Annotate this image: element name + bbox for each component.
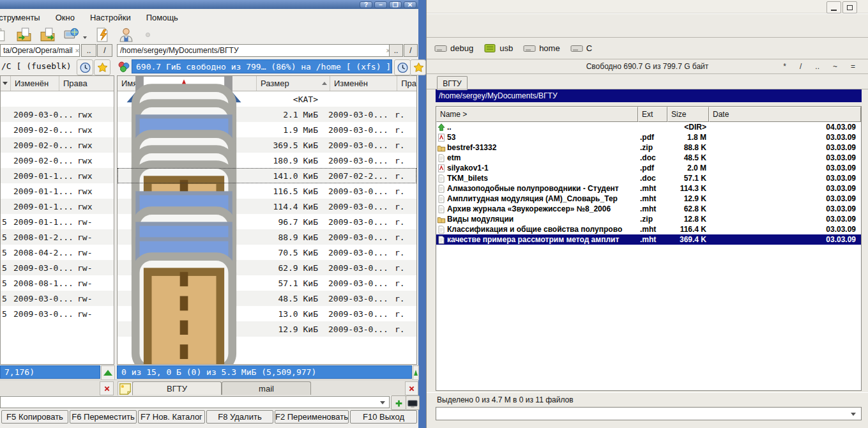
close-button[interactable]: ✕ bbox=[404, 1, 416, 8]
sync-icon[interactable] bbox=[95, 27, 110, 43]
table-row[interactable]: 2009-02-0...rwx bbox=[1, 122, 114, 137]
fkey-button-F5[interactable]: F5 Копировать bbox=[1, 410, 68, 424]
drive-button-debug[interactable]: debug bbox=[434, 43, 473, 53]
chevron-down-icon[interactable] bbox=[851, 413, 856, 416]
modified-column-header[interactable]: Изменён bbox=[330, 76, 397, 91]
left-panel-totals-button[interactable] bbox=[101, 365, 115, 380]
size-column-header[interactable]: Size bbox=[667, 107, 709, 122]
table-row[interactable]: 52009-03-0...rw- bbox=[1, 291, 114, 306]
root-dir-button-right[interactable]: / bbox=[404, 44, 418, 57]
menu-item-Настройки[interactable]: Настройки bbox=[90, 13, 131, 22]
chevron-down-icon[interactable] bbox=[380, 401, 385, 404]
fkey-button-F6[interactable]: F6 Переместить bbox=[70, 410, 137, 424]
drive-button-home[interactable]: home bbox=[523, 43, 560, 53]
file-row[interactable]: ..<DIR>04.03.09 bbox=[436, 122, 861, 132]
file-row[interactable]: etm.doc48.5 K03.03.09 bbox=[436, 153, 861, 163]
quick-button-/[interactable]: / bbox=[798, 62, 803, 71]
date-column-header[interactable]: Date bbox=[709, 107, 861, 122]
table-row[interactable]: 52008-01-2...rw- bbox=[1, 229, 114, 245]
file-row[interactable]: качестве примера рассмотрим метод амплит… bbox=[436, 234, 861, 245]
quick-button-=[interactable]: = bbox=[849, 62, 857, 71]
copy-icon[interactable] bbox=[0, 27, 8, 43]
table-row[interactable]: 2009-03-0...rwx bbox=[1, 107, 114, 122]
maximize-button[interactable] bbox=[842, 1, 857, 13]
folder-out-icon[interactable] bbox=[40, 27, 56, 43]
dropdown-caret-icon[interactable] bbox=[83, 36, 87, 39]
file-row[interactable]: silyakov1-1.pdf2.0 M03.03.09 bbox=[436, 163, 861, 173]
sort-column-header[interactable] bbox=[1, 76, 11, 91]
menu-item-Помощь[interactable]: Помощь bbox=[146, 13, 178, 22]
right-panel-address-field[interactable]: /home/sergey/MyDocuments/ВГТУ × bbox=[117, 44, 393, 57]
close-tab-button-left[interactable] bbox=[100, 381, 114, 395]
bookmarks-icon[interactable] bbox=[94, 59, 110, 75]
file-row[interactable]: Амплитудная модуляция (АМ)_Словарь_Тер.m… bbox=[436, 194, 861, 204]
file-row[interactable]: Виды модуляции.zip12.9 КиБ2009-03-0...r. bbox=[118, 321, 416, 337]
command-line-input[interactable] bbox=[436, 407, 862, 420]
panel-tab-ВГТУ[interactable]: ВГТУ bbox=[132, 381, 222, 395]
minimize-button[interactable]: – bbox=[374, 1, 387, 8]
current-path-bar[interactable]: /home/sergey/MyDocuments/ВГТУ bbox=[436, 89, 862, 102]
quick-button-..[interactable]: .. bbox=[814, 62, 821, 71]
new-tab-icon[interactable] bbox=[118, 381, 133, 396]
up-dir-button-right[interactable]: .. bbox=[389, 44, 403, 57]
tab-vgtu[interactable]: ВГТУ bbox=[437, 76, 468, 90]
table-row[interactable]: 52008-04-2...rw- bbox=[1, 245, 114, 260]
table-row[interactable]: 52009-01-1...rw- bbox=[1, 214, 114, 229]
file-row[interactable]: bestref-31332.zip88.8 K03.03.09 bbox=[436, 142, 861, 153]
close-tab-button-right[interactable] bbox=[405, 381, 418, 395]
table-row[interactable] bbox=[1, 91, 114, 107]
table-row[interactable]: 52009-03-0...rw- bbox=[1, 306, 114, 321]
fkey-button-F8[interactable]: F8 Удалить bbox=[206, 410, 273, 424]
table-row[interactable]: 2009-01-1...rwx bbox=[1, 199, 114, 214]
quick-button-~[interactable]: ~ bbox=[832, 62, 839, 71]
add-button[interactable] bbox=[391, 395, 406, 410]
drive-button-usb[interactable]: usb bbox=[483, 43, 513, 53]
permissions-column-header[interactable]: Пра bbox=[397, 76, 416, 91]
drive-button-C[interactable]: C bbox=[570, 43, 592, 53]
file-row[interactable]: Алмазоподобные полупроводники - Студент.… bbox=[436, 183, 861, 194]
fkey-button-F7[interactable]: F7 Нов. Каталог bbox=[138, 410, 205, 424]
table-row[interactable]: 2009-01-1...rwx bbox=[1, 168, 114, 183]
menu-item-Окно[interactable]: Окно bbox=[56, 13, 75, 22]
history-icon[interactable] bbox=[77, 59, 93, 75]
history-icon[interactable] bbox=[394, 59, 411, 75]
fkey-button-F10[interactable]: F10 Выход bbox=[350, 410, 417, 424]
up-dir-button-left[interactable]: .. bbox=[81, 44, 96, 57]
file-row[interactable]: TKM_bilets.doc57.1 K03.03.09 bbox=[436, 173, 861, 183]
quick-button-*[interactable]: * bbox=[782, 62, 788, 71]
name-column-header[interactable]: Name > bbox=[436, 107, 638, 122]
media-devices-icon[interactable] bbox=[118, 61, 130, 73]
ext-column-header[interactable]: Ext bbox=[638, 107, 667, 122]
table-row[interactable]: 52009-03-0...rw- bbox=[1, 260, 114, 275]
right-media-button[interactable]: 690.7 ГиБ свободно из 799… (86%) на /hom… bbox=[132, 59, 392, 73]
network-icon[interactable] bbox=[63, 27, 79, 43]
table-row[interactable]: 2009-02-0...rwx bbox=[1, 153, 114, 168]
left-window-titlebar[interactable]: ? – ❐ ✕ bbox=[0, 0, 418, 9]
folder-in-icon[interactable] bbox=[16, 27, 32, 43]
fkey-button-F2[interactable]: F2 Переименовать bbox=[275, 410, 349, 424]
terminal-button[interactable] bbox=[406, 395, 420, 410]
right-panel-totals-button[interactable] bbox=[413, 365, 419, 380]
left-panel-address-field[interactable]: ta/Opera/Opera/mail × bbox=[0, 44, 80, 57]
command-line-input[interactable] bbox=[0, 396, 390, 408]
size-column-header[interactable]: Размер bbox=[257, 76, 330, 91]
file-row[interactable]: 53.pdf1.8 M03.03.09 bbox=[436, 132, 861, 142]
maximize-button[interactable]: ❐ bbox=[389, 1, 402, 8]
file-row[interactable]: Виды модуляции.zip12.8 K03.03.09 bbox=[436, 214, 861, 224]
table-row[interactable]: 2009-02-0...rwx bbox=[1, 137, 114, 153]
user-icon[interactable] bbox=[118, 27, 134, 43]
help-titlebar-button[interactable]: ? bbox=[360, 1, 372, 8]
left-media-button[interactable]: /C [ (fuseblk) ] bbox=[1, 61, 81, 71]
root-dir-button-left[interactable]: / bbox=[97, 44, 112, 57]
table-row[interactable]: 2009-01-1...rwx bbox=[1, 183, 114, 199]
right-window-titlebar[interactable] bbox=[427, 0, 868, 13]
panel-tab-mail[interactable]: mail bbox=[222, 381, 311, 395]
file-row[interactable]: Архив журнала «Звукорежиссер» №8_2006.mh… bbox=[436, 204, 861, 214]
permissions-column-header[interactable]: Права bbox=[59, 76, 114, 91]
bookmarks-icon[interactable] bbox=[410, 59, 426, 75]
table-row[interactable]: 52008-08-1...rw- bbox=[1, 275, 114, 291]
close-icon[interactable]: × bbox=[73, 47, 80, 54]
menu-item-нструменты[interactable]: нструменты bbox=[0, 13, 40, 22]
file-row[interactable]: Классификация и общие свойства полупрово… bbox=[436, 224, 861, 234]
minimize-button[interactable] bbox=[826, 1, 841, 13]
